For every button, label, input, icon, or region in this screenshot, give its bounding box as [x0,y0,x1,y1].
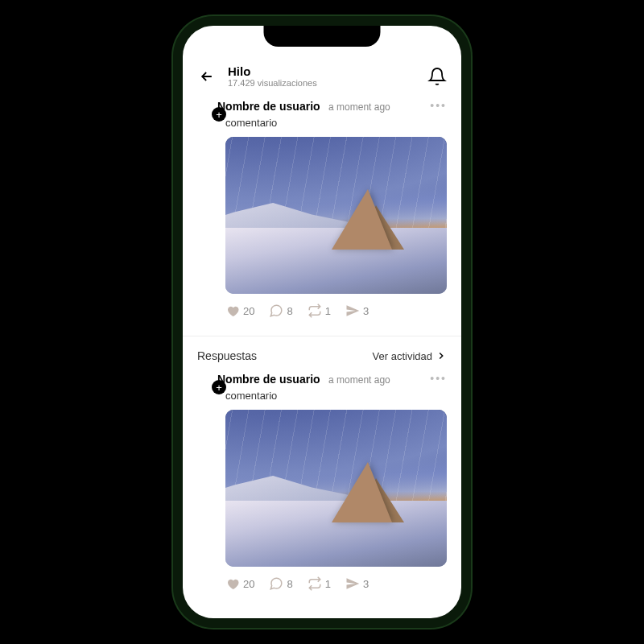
view-activity-button[interactable]: Ver actividad [373,350,447,362]
bell-icon [427,67,447,86]
username[interactable]: Nombre de usuario [217,100,320,113]
share-count: 3 [363,578,369,590]
comment-button[interactable]: 8 [269,576,292,591]
post: Nombre de usuario a moment ago ••• + com… [183,99,461,332]
post-body: comentario 20 8 [225,117,447,323]
divider [183,336,461,336]
post-header: Nombre de usuario a moment ago ••• + [197,99,447,114]
chevron-right-icon [436,350,447,361]
timestamp: a moment ago [328,374,390,386]
comment-button[interactable]: 8 [269,303,292,318]
add-avatar-button[interactable]: + [212,380,226,394]
share-icon [345,576,360,591]
post-header: Nombre de usuario a moment ago ••• + [197,372,447,386]
replies-title: Respuestas [197,349,257,362]
like-button[interactable]: 20 [225,576,254,591]
share-count: 3 [363,305,369,317]
repost-button[interactable]: 1 [308,576,331,591]
post-image[interactable] [225,137,447,294]
post-image[interactable] [225,410,447,567]
repost-count: 1 [325,578,331,590]
share-button[interactable]: 3 [345,303,369,318]
timestamp: a moment ago [328,101,390,113]
like-button[interactable]: 20 [225,303,254,318]
post-menu[interactable]: ••• [430,372,447,385]
header: Hilo 17.429 visualizaciones [183,58,461,99]
comment-icon [269,303,283,318]
phone-frame: Hilo 17.429 visualizaciones Nombre de us… [173,16,471,628]
comment-count: 8 [287,578,292,590]
post-actions: 20 8 1 3 [225,294,447,323]
username[interactable]: Nombre de usuario [217,373,320,386]
arrow-left-icon [199,68,215,85]
heart-icon [225,576,240,591]
app-content: Hilo 17.429 visualizaciones Nombre de us… [183,26,461,618]
post-text: comentario [225,390,447,402]
like-count: 20 [243,305,254,317]
replies-header: Respuestas Ver actividad [183,340,461,372]
header-text: Hilo 17.429 visualizaciones [228,64,416,88]
heart-icon [225,303,240,318]
repost-count: 1 [325,305,331,317]
repost-icon [308,576,322,591]
reply-post: Nombre de usuario a moment ago ••• + com… [183,372,461,605]
post-menu[interactable]: ••• [430,99,447,112]
comment-count: 8 [287,305,292,317]
screen: Hilo 17.429 visualizaciones Nombre de us… [183,26,461,618]
page-title: Hilo [228,64,416,78]
post-text: comentario [225,117,447,129]
share-icon [345,303,360,318]
add-avatar-button[interactable]: + [212,107,226,122]
comment-icon [269,576,283,591]
notifications-button[interactable] [427,67,447,86]
like-count: 20 [243,578,254,590]
back-button[interactable] [197,67,217,86]
repost-icon [308,303,322,318]
view-activity-label: Ver actividad [373,350,432,362]
notch [264,26,381,47]
repost-button[interactable]: 1 [308,303,331,318]
post-body: comentario 20 8 [225,390,447,596]
plus-icon: + [216,109,222,120]
view-count: 17.429 visualizaciones [228,78,416,88]
plus-icon: + [216,382,222,393]
post-actions: 20 8 1 3 [225,567,447,596]
share-button[interactable]: 3 [345,576,369,591]
